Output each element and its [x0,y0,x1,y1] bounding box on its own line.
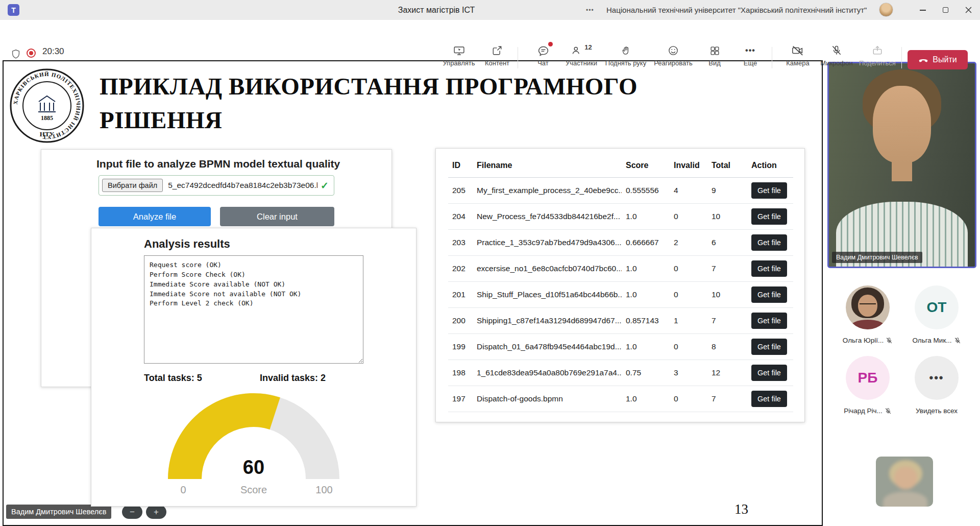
logo-bottom-text: НТУ [40,130,55,138]
participant-name: Увидеть всех [916,407,958,415]
toolbar-label: Контент [485,59,509,67]
participant-tile[interactable]: РБ Річард Річ... [829,356,906,415]
teams-app-icon[interactable]: T [8,4,19,16]
titlebar: T Захист магістрів ІСТ ••• Національний … [0,0,980,20]
security-shield-icon [10,47,21,63]
participant-avatar: ОТ [915,285,959,329]
toolbar-divider [901,47,902,68]
participant-avatar: РБ [846,356,890,400]
table-row: 203Practice_1_353c97ab7bed479d9a4306...0… [448,230,793,256]
presenter-video-tile[interactable]: Вадим Дмитрович Шевелєв [827,62,976,268]
university-logo: ХАРКІВСЬКИЙ ПОЛІТЕХНІЧНИЙ ІНСТИТУТ 1885 … [9,67,85,144]
table-row: 1981_61cde83dea954a0a80b769e291a7a4...0.… [448,360,793,386]
table-row: 197Dispatch-of-goods.bpmn1.007Get file [448,386,793,412]
get-file-button[interactable]: Get file [751,365,787,381]
raise-hand-icon [620,43,632,58]
meeting-title: Захист магістрів ІСТ [398,0,475,20]
toolbar-label: Чат [537,59,549,67]
get-file-button[interactable]: Get file [751,260,787,277]
participant-name: Річард Річ... [844,407,883,415]
results-card: Analysis results Total tasks: 5 Invalid … [91,228,416,507]
total-tasks-label: Total tasks: 5 [144,373,202,383]
toolbar-react-button[interactable]: Реагировать [651,43,695,67]
gauge-max-label: 100 [315,484,332,495]
manage-icon [453,43,465,58]
hang-up-icon [918,57,928,63]
participant-name: Ольга Мик... [912,337,951,344]
toolbar-raise-hand-button[interactable]: Поднять руку [604,43,648,67]
analysis-log[interactable] [144,255,363,364]
zoom-out-button[interactable]: − [122,505,142,519]
toolbar-label: Микрофон [820,59,852,67]
presenter-name-badge: Вадим Дмитрович Шевелєв [6,505,111,519]
minimize-button[interactable] [911,0,934,20]
invalid-tasks-label: Invalid tasks: 2 [260,373,326,384]
logo-year: 1885 [41,114,53,122]
score-gauge: 60 0 Score 100 [144,387,363,506]
participants-count: 12 [584,43,592,51]
toolbar-label: Еще [744,59,757,67]
share-content-icon [491,43,503,58]
toolbar-label: Реагировать [654,59,692,67]
toolbar-manage-button[interactable]: Управлять [437,43,481,67]
get-file-button[interactable]: Get file [751,286,787,303]
get-file-button[interactable]: Get file [751,339,787,355]
toolbar-label: Поднять руку [605,59,646,67]
toolbar-label: Камера [786,59,809,67]
get-file-button[interactable]: Get file [751,391,787,407]
get-file-button[interactable]: Get file [751,234,787,251]
toolbar-content-button[interactable]: Контент [475,43,519,67]
self-video-tile[interactable] [876,457,933,507]
results-table-card: ID Filename Score Invalid Total Action 2… [435,148,805,422]
toolbar-more-button[interactable]: ••• Еще [728,43,772,67]
participants-icon: 12 [571,43,592,58]
toolbar-divider [772,47,772,68]
more-dots-icon: ••• [745,43,755,58]
titlebar-more-icon[interactable]: ••• [586,0,594,20]
mic-muted-icon [885,408,892,415]
toolbar-camera-button[interactable]: Камера [776,43,820,67]
analyze-file-button[interactable]: Analyze file [99,207,211,226]
table-row: 205My_first_example_process_2_40ebe9cc..… [448,178,793,204]
table-row: 202excersise_no1_6e8c0acfcb0740d7bc60...… [448,256,793,282]
leave-button[interactable]: Выйти [908,50,968,69]
zoom-in-button[interactable]: + [146,505,166,519]
clear-input-button[interactable]: Clear input [220,207,334,226]
col-header: ID [448,158,473,178]
participant-initials: ОТ [927,299,947,316]
close-button[interactable] [957,0,980,20]
file-name-value: 5_ec7492dcedfd4b7ea8184c2eb3b73e06.bpmn [168,181,317,190]
participant-tile[interactable]: Ольга Юрії... [829,285,906,344]
participants-sidebar: Вадим Дмитрович Шевелєв Ольга Юрії... ОТ… [825,60,980,526]
zoom-controls: − + [122,505,166,519]
col-header: Total [707,158,747,178]
meeting-timer: 20:30 [42,46,64,57]
window-controls [911,0,980,20]
glasses-detail [860,303,876,307]
mic-muted-icon [886,337,893,344]
toolbar-mic-button[interactable]: Микрофон [815,43,859,67]
see-all-participants-tile[interactable]: ••• Увидеть всех [898,356,975,415]
participant-tile[interactable]: ОТ Ольга Мик... [898,285,975,344]
choose-file-button[interactable]: Вибрати файл [102,179,163,192]
leave-label: Выйти [933,55,957,64]
toolbar-participants-button[interactable]: 12 Участники [559,43,603,67]
toolbar-chat-button[interactable]: Чат [521,43,565,67]
user-avatar[interactable] [879,3,893,17]
toolbar-share-button[interactable]: Поделиться [855,43,899,67]
maximize-button[interactable] [934,0,957,20]
toolbar-label: Управлять [443,59,475,67]
file-input[interactable]: Вибрати файл 5_ec7492dcedfd4b7ea8184c2eb… [99,175,334,196]
col-header: Filename [473,158,622,178]
org-name: Національний технічний університет "Харк… [606,0,867,20]
get-file-button[interactable]: Get file [751,208,787,225]
toolbar-label: Поделиться [859,59,896,67]
table-row: 201Ship_Stuff_Places_d10f51a64bc44b66b..… [448,282,793,308]
get-file-button[interactable]: Get file [751,182,787,199]
page-number: 13 [734,501,748,517]
col-header: Score [622,158,670,178]
get-file-button[interactable]: Get file [751,313,787,329]
react-smiley-icon [667,43,679,58]
toolbar-divider [518,47,518,68]
shared-screen: ХАРКІВСЬКИЙ ПОЛІТЕХНІЧНИЙ ІНСТИТУТ 1885 … [3,60,823,526]
